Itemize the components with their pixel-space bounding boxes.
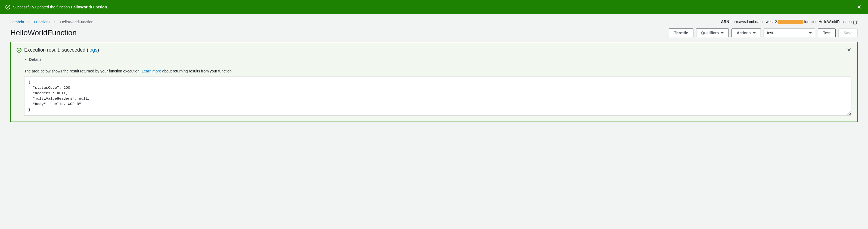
notification-prefix: Successfully updated the function (13, 5, 71, 9)
divider (24, 65, 851, 65)
actions-dropdown[interactable]: Actions (732, 29, 761, 37)
caret-down-icon (721, 32, 723, 34)
action-bar: Throttle Qualifiers Actions test Test Sa… (669, 29, 858, 37)
notification-text: Successfully updated the function HelloW… (13, 5, 108, 9)
arn-display: ARN - arn:aws:lambda:us-west-2::function… (721, 20, 858, 24)
top-row: Lambda 〉 Functions 〉 HelloWorldFunction … (10, 20, 858, 24)
test-event-select[interactable]: test (764, 29, 815, 37)
result-description: The area below shows the result returned… (24, 69, 851, 73)
result-title-suffix: ) (97, 47, 99, 53)
result-title-row: Execution result: succeeded (logs) (17, 47, 99, 53)
breadcrumb: Lambda 〉 Functions 〉 HelloWorldFunction (10, 20, 93, 24)
copy-icon[interactable] (853, 20, 858, 24)
result-title-prefix: Execution result: succeeded ( (24, 47, 88, 53)
caret-down-icon (809, 32, 812, 34)
result-title: Execution result: succeeded (logs) (24, 47, 99, 53)
arn-text: ARN - arn:aws:lambda:us-west-2::function… (721, 20, 852, 24)
caret-down-icon (753, 32, 756, 34)
breadcrumb-root[interactable]: Lambda (10, 20, 24, 24)
success-icon (17, 48, 22, 53)
result-output[interactable]: { "statusCode": 200, "headers": null, "m… (24, 77, 851, 116)
arn-redacted (778, 20, 803, 24)
details-section: Details The area below shows the result … (24, 55, 851, 116)
result-header: Execution result: succeeded (logs) ✕ (17, 47, 851, 53)
close-icon[interactable]: ✕ (856, 3, 863, 11)
logs-link[interactable]: logs (88, 47, 97, 53)
close-icon[interactable]: ✕ (847, 47, 851, 53)
details-toggle[interactable]: Details (24, 55, 851, 65)
learn-more-link[interactable]: Learn more (142, 69, 161, 73)
page-title: HelloWorldFunction (10, 29, 77, 37)
execution-result-panel: Execution result: succeeded (logs) ✕ Det… (10, 42, 858, 122)
caret-down-icon (24, 59, 27, 60)
notification-function-name: HelloWorldFunction (71, 5, 107, 9)
arn-suffix: :function:HelloWorldFunction (803, 20, 852, 24)
test-event-value: test (767, 31, 773, 35)
actions-label: Actions (737, 31, 750, 35)
chevron-right-icon: 〉 (54, 20, 57, 24)
breadcrumb-functions[interactable]: Functions (34, 20, 51, 24)
test-button[interactable]: Test (818, 29, 836, 37)
main-content: Lambda 〉 Functions 〉 HelloWorldFunction … (0, 14, 868, 127)
arn-label: ARN (721, 20, 729, 24)
notification-suffix: . (107, 5, 108, 9)
header-row: HelloWorldFunction Throttle Qualifiers A… (10, 29, 858, 37)
chevron-right-icon: 〉 (28, 20, 31, 24)
details-label: Details (29, 57, 41, 62)
arn-prefix: - arn:aws:lambda:us-west-2: (729, 20, 778, 24)
description-prefix: The area below shows the result returned… (24, 69, 142, 73)
check-circle-icon (5, 5, 10, 9)
success-notification: Successfully updated the function HelloW… (0, 0, 868, 14)
save-button: Save (838, 29, 858, 37)
notification-message: Successfully updated the function HelloW… (5, 5, 108, 9)
description-suffix: about returning results from your functi… (161, 69, 233, 73)
resize-handle-icon[interactable] (847, 112, 850, 115)
qualifiers-dropdown[interactable]: Qualifiers (696, 29, 729, 37)
throttle-button[interactable]: Throttle (669, 29, 693, 37)
qualifiers-label: Qualifiers (701, 31, 719, 35)
breadcrumb-current: HelloWorldFunction (60, 20, 93, 24)
